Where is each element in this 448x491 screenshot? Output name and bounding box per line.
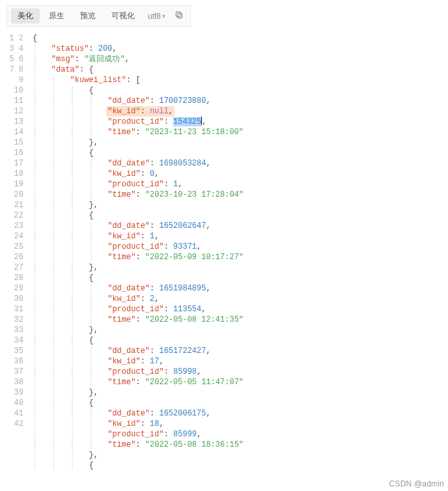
tab-visual[interactable]: 可视化 [105,8,141,23]
tab-beautify[interactable]: 美化 [11,8,40,23]
watermark: CSDN @admin [389,479,444,488]
copy-icon[interactable] [172,10,186,21]
line-gutter: 1 2 3 4 5 6 7 8 9 10 11 12 13 14 15 16 1… [7,33,33,471]
chevron-down-icon: ▾ [162,12,165,20]
response-tabs: 美化 原生 预览 可视化 utf8 ▾ [7,5,191,27]
tab-preview[interactable]: 预览 [74,8,102,23]
svg-rect-0 [178,14,182,18]
code-viewer[interactable]: 1 2 3 4 5 6 7 8 9 10 11 12 13 14 15 16 1… [7,33,441,471]
svg-rect-1 [176,12,180,16]
code-body[interactable]: { │ "status": 200, │ "msg": "返回成功", │ "d… [33,33,441,471]
encoding-select[interactable]: utf8 ▾ [144,12,169,21]
tab-raw[interactable]: 原生 [42,8,71,23]
encoding-label: utf8 [148,12,161,21]
